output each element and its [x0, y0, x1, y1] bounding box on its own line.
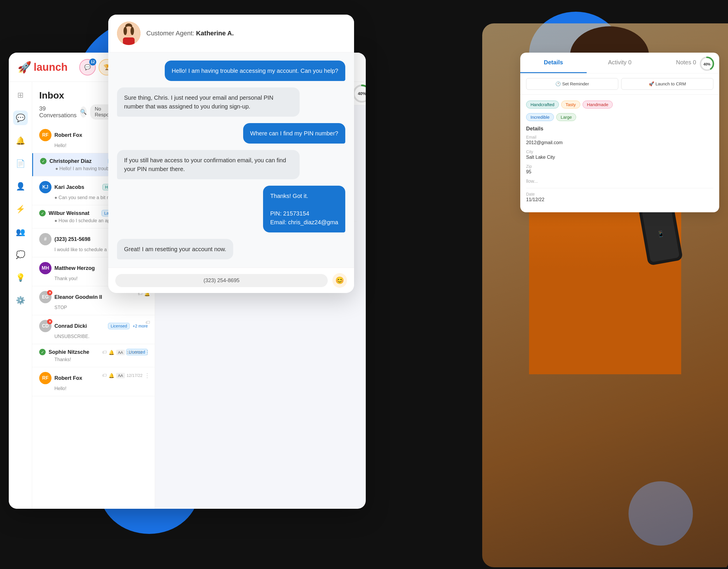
- right-details-panel: Details Activity 0 Notes 0 🕐 Set Reminde…: [520, 53, 719, 212]
- tag-icon-8: 🏷: [145, 320, 150, 325]
- search-button[interactable]: 🔍: [80, 106, 87, 118]
- sidebar-icon-bulb[interactable]: 💡: [13, 270, 28, 285]
- sidebar-icon-grid[interactable]: ⊞: [13, 88, 28, 102]
- svg-point-6: [123, 27, 127, 35]
- sidebar-icon-lightning[interactable]: ⚡: [13, 202, 28, 216]
- conv-name-kari: Kari Jacobs: [54, 184, 99, 190]
- right-tab-activity[interactable]: Activity 0: [587, 53, 653, 73]
- logo-rocket-icon: 🚀: [18, 61, 31, 74]
- sidebar-icon-person-group[interactable]: 👥: [13, 225, 28, 239]
- more-button-9[interactable]: ⋮: [144, 349, 150, 356]
- right-details-title: Details: [526, 126, 713, 132]
- more-button-10[interactable]: ⋮: [144, 372, 150, 379]
- right-tag-handmade[interactable]: Handmade: [583, 101, 613, 109]
- avatar-robert-fox-2: RF: [39, 372, 51, 384]
- scene: 🚀 launch 💬 12 🏆 99+ 🔔 1: [0, 0, 728, 569]
- svg-point-7: [131, 27, 134, 35]
- chat-messages: Hello! I am having trouble accessing my …: [108, 52, 354, 268]
- sidebar-icon-chat[interactable]: 💬: [13, 111, 28, 125]
- right-divider: [526, 188, 713, 188]
- avatar-wilbur: ✓: [39, 210, 46, 216]
- msg-4: If you still have access to your confirm…: [117, 150, 300, 179]
- bell-icon-10: 🔔: [109, 373, 114, 378]
- progress-pct: 40%: [703, 62, 710, 66]
- msg-2: Sure thing, Chris. I just need your emai…: [117, 87, 300, 117]
- conv-item-robert-fox-2[interactable]: RF Robert Fox 🏷 🔔 AA 12/17/22 ⋮ Hello!: [32, 367, 155, 396]
- agent-info: Customer Agent: Katherine A.: [146, 30, 234, 37]
- right-zip-label: Zip: [526, 164, 713, 169]
- conv-name-christopher: Christopher Diaz: [49, 158, 105, 164]
- progress-label: 40%: [358, 91, 366, 96]
- avatar-conrad: ✕ CD: [39, 320, 51, 332]
- date-sophie: 12/18/22: [127, 350, 143, 355]
- sidebar-icon-gear[interactable]: ⚙️: [13, 293, 28, 307]
- tag-icon-9: 🏷: [102, 350, 107, 355]
- chat-window: Customer Agent: Katherine A. Hello! I am…: [108, 15, 354, 293]
- right-city-label: City: [526, 150, 713, 154]
- sidebar-icon-chat-alt[interactable]: 💭: [13, 248, 28, 262]
- avatar-matthew: MH: [39, 262, 51, 274]
- sidebar-icon-file[interactable]: 📄: [13, 156, 28, 171]
- agent-avatar: [117, 22, 140, 45]
- right-tag-tasty[interactable]: Tasty: [561, 101, 580, 109]
- msg-5: Thanks! Got it.PIN: 21573154Email: chris…: [263, 186, 345, 233]
- aa-badge-9: AA: [116, 350, 125, 355]
- sidebar: ⊞ 💬 🔔 📄 👤 ⚡ 👥 💭 💡 ⚙️: [9, 82, 32, 509]
- right-tag-row-2: Incredible Large: [526, 113, 713, 121]
- conv-item-conrad[interactable]: ✕ CD Conrad Dicki Licensed +2 more 🏷 UNS…: [32, 315, 155, 344]
- right-content: Handcrafted Tasty Handmade Incredible La…: [520, 95, 719, 212]
- sidebar-icon-bell[interactable]: 🔔: [13, 133, 28, 148]
- right-tag-row-1: Handcrafted Tasty Handmade: [526, 101, 713, 109]
- conv-preview-robert-fox-2: Hello!: [39, 386, 148, 391]
- bell-icon-9: 🔔: [109, 350, 114, 355]
- avatar-sophie: ✓: [39, 349, 46, 355]
- inbox-count: 39 Conversations: [39, 105, 77, 119]
- msg-1: Hello! I am having trouble accessing my …: [165, 61, 345, 81]
- avatar-christopher-diaz: ✓: [40, 158, 47, 164]
- progress-ring: 40%: [699, 56, 715, 73]
- messages-count: 12: [89, 59, 96, 66]
- avatar-phone1: #: [39, 233, 51, 245]
- right-email-label: Email: [526, 135, 713, 140]
- conv-item-sophie[interactable]: ✓ Sophie Nitzsche Licensed 🏷 🔔 AA 12/18/…: [32, 344, 155, 367]
- chat-input-row: (323) 254-8695 😊: [108, 268, 354, 293]
- agent-label: Customer Agent:: [146, 30, 196, 37]
- right-set-reminder[interactable]: 🕐 Set Reminder: [526, 78, 618, 90]
- msg-3: Where can I find my PIN number?: [243, 123, 345, 144]
- conv-preview-sophie: Thanks!: [39, 357, 148, 362]
- emoji-button[interactable]: 😊: [332, 273, 347, 288]
- right-tag-large[interactable]: Large: [556, 113, 576, 121]
- date-robert-2: 12/17/22: [127, 373, 143, 378]
- conv-actions-10: 🏷 🔔 AA 12/17/22 ⋮: [102, 372, 150, 379]
- right-notes-value: llow...: [526, 179, 713, 184]
- right-zip-value: 95: [526, 169, 713, 175]
- messages-icon: 💬: [84, 64, 91, 71]
- right-tabs: Details Activity 0 Notes 0: [520, 53, 719, 73]
- phone-screen: 📱: [642, 206, 680, 263]
- conv-preview-conrad: UNSUBSCRIBE.: [39, 334, 148, 339]
- phone-display: (323) 254-8695: [115, 274, 328, 287]
- sidebar-icon-person[interactable]: 👤: [13, 179, 28, 194]
- right-tag-incredible[interactable]: Incredible: [526, 113, 554, 121]
- conv-preview-eleanor: STOP: [39, 305, 148, 310]
- right-email-value: 2012@gmail.com: [526, 140, 713, 145]
- right-date-value: 11/12/22: [526, 197, 713, 202]
- messages-badge[interactable]: 💬 12: [79, 59, 96, 75]
- conv-actions-9: 🏷 🔔 AA 12/18/22 ⋮: [102, 349, 150, 356]
- right-tag-handcrafted[interactable]: Handcrafted: [526, 101, 559, 109]
- tag-licensed-conrad: Licensed: [108, 323, 130, 329]
- right-launch-crm[interactable]: 🚀 Launch to CRM: [621, 78, 713, 90]
- conv-name-eleanor: Eleanor Goodwin II: [54, 294, 148, 300]
- right-tab-details[interactable]: Details: [520, 53, 587, 73]
- logo-text: launch: [34, 61, 68, 73]
- right-city-value: Salt Lake City: [526, 155, 713, 160]
- right-tab-actions: 🕐 Set Reminder 🚀 Launch to CRM: [520, 73, 719, 95]
- agent-name: Katherine A.: [196, 30, 234, 37]
- avatar-eleanor: ✕ EG: [39, 291, 51, 303]
- conv-actions-8: 🏷: [145, 320, 150, 325]
- phone-screen-icon: 📱: [657, 230, 665, 238]
- avatar-kari: KJ: [39, 181, 51, 193]
- msg-6: Great! I am resetting your account now.: [117, 239, 233, 260]
- right-date-label: Date: [526, 192, 713, 197]
- chat-header: Customer Agent: Katherine A.: [108, 15, 354, 52]
